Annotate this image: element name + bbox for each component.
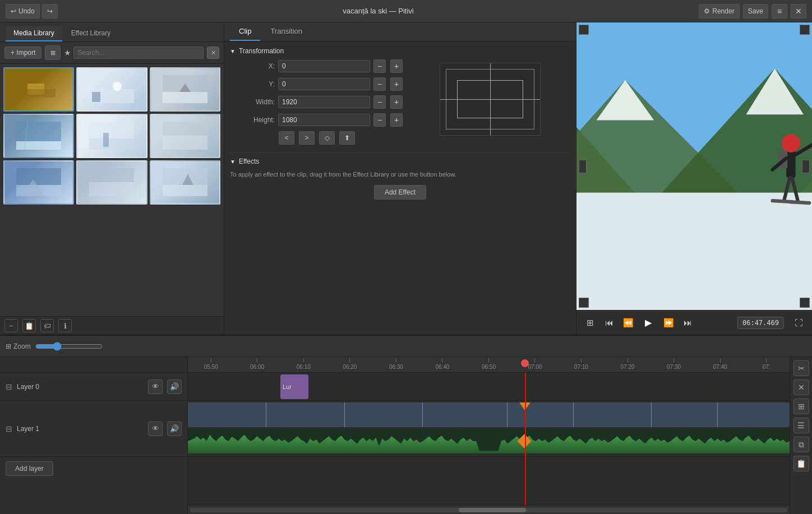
effects-section-header[interactable]: ▼ Effects: [230, 158, 570, 165]
add-layer-button[interactable]: Add layer: [6, 461, 53, 476]
redo-button[interactable]: ↪: [42, 4, 58, 18]
svg-rect-6: [92, 92, 100, 102]
render-button[interactable]: ⚙ Render: [699, 4, 739, 18]
transform-section-header[interactable]: ▼ Transformation: [230, 47, 570, 55]
effects-section-label: Effects: [239, 158, 259, 165]
fullscreen-button[interactable]: ⛶: [791, 315, 806, 331]
titlebar: ↩ Undo ↪ vacanță la ski — Pitivi ⚙ Rende…: [0, 0, 812, 22]
preview-handle-left[interactable]: [579, 160, 587, 173]
clip-properties-button[interactable]: 📋: [22, 319, 36, 332]
clip-lur[interactable]: Lur: [280, 374, 308, 399]
ruler-mark-9: 07:20: [605, 358, 651, 370]
tab-media-library[interactable]: Media Library: [6, 26, 62, 41]
svg-line-50: [790, 202, 809, 203]
grid-tool[interactable]: ⊞: [793, 399, 809, 414]
ruler-mark-7: 07:00: [512, 358, 559, 370]
skip-to-start-button[interactable]: ⏮: [601, 315, 617, 331]
layer-1-track[interactable]: [188, 401, 790, 457]
layer-1-visibility-button[interactable]: 👁: [148, 422, 163, 436]
tab-transition[interactable]: Transition: [261, 22, 311, 41]
height-decrement[interactable]: −: [373, 113, 386, 127]
save-button[interactable]: Save: [743, 4, 768, 18]
skip-to-end-button[interactable]: ⏭: [680, 315, 695, 331]
x-label: X:: [230, 62, 275, 70]
next-keyframe-button[interactable]: >: [299, 131, 315, 145]
align-tool[interactable]: ☰: [793, 418, 809, 433]
layer-0-mute-button[interactable]: 🔊: [167, 379, 182, 394]
y-decrement[interactable]: −: [373, 77, 386, 91]
x-row: X: − +: [230, 59, 404, 73]
timeline-header: ⊞ Zoom: [0, 336, 812, 357]
undo-button[interactable]: ↩ Undo: [6, 4, 40, 18]
delete-clip-button[interactable]: −: [4, 319, 18, 332]
import-button[interactable]: + Import: [4, 47, 41, 59]
svg-rect-22: [16, 168, 61, 185]
preview-controls: ⊞ ⏮ ⏪ ▶ ⏩ ⏭ 06:47.469 ⛶: [576, 310, 812, 335]
scissors-tool[interactable]: ✂: [793, 360, 809, 376]
preview-handle-right[interactable]: [802, 160, 810, 173]
width-input[interactable]: [278, 96, 370, 108]
scrollbar-thumb[interactable]: [459, 508, 526, 512]
close-button[interactable]: ✕: [791, 4, 806, 18]
thumb-visual-4: [4, 115, 73, 157]
redo-icon: ↪: [47, 7, 53, 15]
info-button[interactable]: ℹ: [58, 319, 72, 332]
reset-button[interactable]: ⬆: [339, 131, 355, 145]
thumb-visual-5: [77, 115, 146, 157]
ruler-mark-8: 07:10: [558, 358, 605, 370]
y-input[interactable]: [278, 78, 370, 90]
eye-icon: 👁: [152, 382, 159, 391]
tag-button[interactable]: 🏷: [40, 319, 54, 332]
x-increment[interactable]: +: [390, 59, 403, 73]
x-decrement[interactable]: −: [373, 59, 386, 73]
play-button[interactable]: ▶: [639, 314, 657, 332]
effects-arrow-icon: ▼: [230, 159, 236, 165]
keyframe-diamond-button[interactable]: ◇: [319, 131, 335, 145]
preview-handle-tr[interactable]: [800, 25, 810, 35]
media-thumb-4[interactable]: [3, 114, 74, 158]
preview-handle-bl[interactable]: [579, 298, 589, 308]
scissors-icon: ✂: [798, 364, 805, 373]
layer-0-icon: ⊟: [6, 382, 12, 391]
delete-tool[interactable]: ✕: [793, 379, 809, 395]
seg-div-1: [266, 402, 266, 427]
width-decrement[interactable]: −: [373, 95, 386, 109]
preview-svg: [576, 22, 812, 310]
media-thumb-1[interactable]: [3, 67, 74, 112]
media-thumb-2[interactable]: [76, 67, 147, 112]
preview-handle-tl[interactable]: [579, 25, 589, 35]
svg-rect-41: [786, 149, 795, 178]
media-thumb-5[interactable]: [76, 114, 147, 158]
preview-handle-br[interactable]: [800, 298, 810, 308]
copy-tool[interactable]: ⧉: [793, 437, 809, 452]
layer-0-visibility-button[interactable]: 👁: [148, 379, 163, 394]
search-input[interactable]: [73, 47, 204, 59]
media-thumb-3[interactable]: [150, 67, 220, 112]
layer-0-track[interactable]: Lur: [188, 373, 790, 401]
fast-forward-button[interactable]: ⏩: [661, 315, 676, 331]
svg-rect-26: [89, 168, 134, 182]
rewind-button[interactable]: ⏪: [620, 315, 636, 331]
width-increment[interactable]: +: [390, 95, 403, 109]
prev-keyframe-button[interactable]: <: [279, 131, 294, 145]
preview-scene: [576, 22, 812, 310]
x-input[interactable]: [278, 60, 370, 72]
tab-clip[interactable]: Clip: [230, 22, 260, 41]
menu-button[interactable]: ≡: [772, 4, 787, 18]
media-thumb-8[interactable]: [76, 160, 147, 205]
list-view-button[interactable]: ⊞: [45, 45, 61, 60]
height-increment[interactable]: +: [390, 113, 403, 127]
height-input[interactable]: [278, 114, 370, 126]
add-effect-button[interactable]: Add Effect: [374, 185, 426, 200]
layer-1-mute-button[interactable]: 🔊: [167, 422, 182, 436]
media-thumb-9[interactable]: [150, 160, 220, 205]
timecode-display: 06:47.469: [737, 317, 784, 329]
search-clear-button[interactable]: ✕: [207, 47, 219, 59]
media-thumb-6[interactable]: [150, 114, 220, 158]
grid-view-button[interactable]: ⊞: [582, 315, 598, 331]
zoom-slider[interactable]: [35, 342, 103, 351]
media-thumb-7[interactable]: [3, 160, 74, 205]
tab-effect-library[interactable]: Effect Library: [63, 26, 118, 41]
y-increment[interactable]: +: [390, 77, 403, 91]
clip-tool[interactable]: 📋: [793, 456, 809, 471]
